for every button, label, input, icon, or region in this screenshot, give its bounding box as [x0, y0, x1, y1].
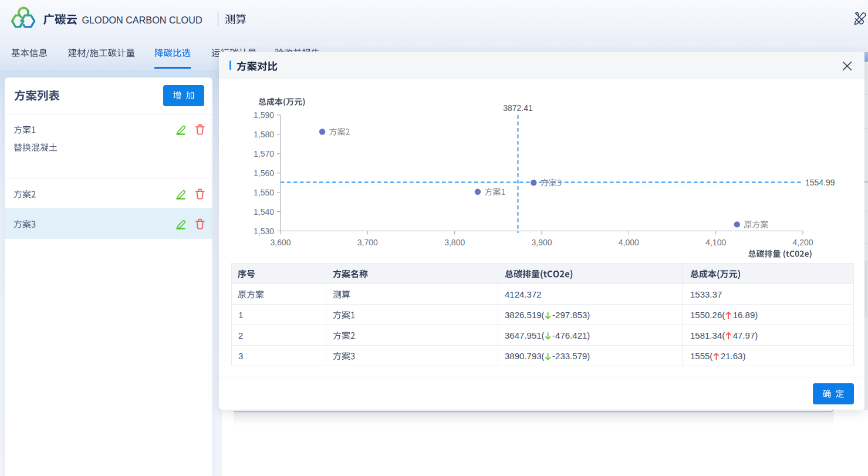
svg-text:3: 3	[238, 351, 243, 361]
svg-text:1533.37: 1533.37	[690, 289, 722, 299]
svg-text:1555(: 1555(	[690, 351, 712, 361]
svg-text:3,700: 3,700	[357, 238, 378, 247]
svg-text:3,900: 3,900	[531, 238, 552, 247]
svg-text:1,540: 1,540	[254, 207, 274, 217]
svg-text:1,550: 1,550	[254, 188, 274, 197]
svg-text:-297.853): -297.853)	[552, 310, 590, 320]
svg-text:-476.421): -476.421)	[552, 330, 590, 340]
svg-text:2: 2	[238, 330, 243, 340]
svg-text:3,800: 3,800	[444, 238, 465, 247]
svg-text:1: 1	[238, 310, 243, 320]
svg-text:4,200: 4,200	[792, 238, 813, 247]
svg-text:3647.951(: 3647.951(	[505, 330, 545, 340]
svg-text:47.97): 47.97)	[733, 330, 758, 340]
svg-text:-233.579): -233.579)	[552, 351, 590, 361]
svg-text:3872.41: 3872.41	[503, 103, 533, 113]
svg-text:1,590: 1,590	[254, 110, 274, 120]
svg-text:4,000: 4,000	[619, 238, 639, 247]
svg-text:1581.34(: 1581.34(	[690, 330, 725, 340]
svg-text:1554.99: 1554.99	[805, 178, 835, 187]
svg-text:21.63): 21.63)	[721, 351, 746, 361]
svg-text:1,570: 1,570	[254, 149, 274, 158]
svg-text:1550.26(: 1550.26(	[690, 310, 725, 320]
svg-text:3826.519(: 3826.519(	[505, 310, 545, 320]
svg-text:16.89): 16.89)	[733, 310, 758, 320]
svg-text:4,100: 4,100	[705, 238, 726, 247]
svg-text:3,600: 3,600	[270, 238, 291, 247]
svg-text:1,560: 1,560	[254, 168, 274, 178]
svg-text:4124.372: 4124.372	[505, 289, 542, 299]
svg-text:3890.793(: 3890.793(	[505, 351, 545, 361]
svg-text:1,530: 1,530	[254, 227, 274, 236]
svg-text:1,580: 1,580	[254, 130, 274, 139]
